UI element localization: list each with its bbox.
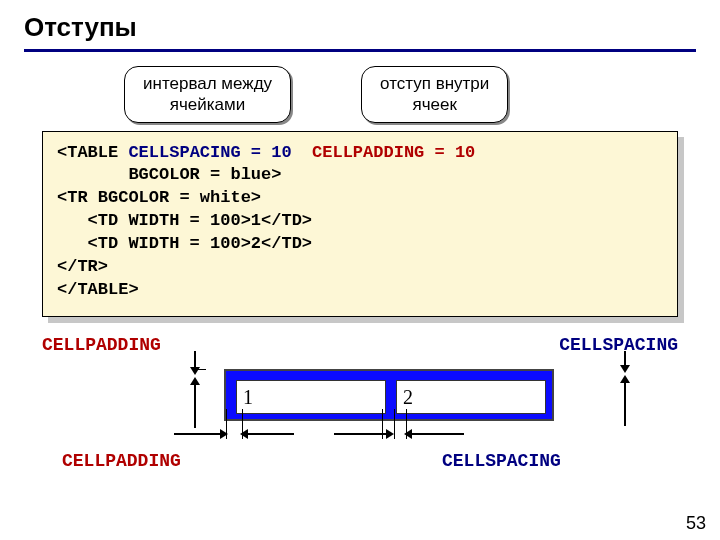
- label-cellpadding-bottom: CELLPADDING: [62, 451, 181, 471]
- arrow-cellspacing-top: [624, 351, 626, 367]
- code-l1c: [292, 143, 312, 162]
- title-divider: [24, 49, 696, 52]
- label-cellpadding-top: CELLPADDING: [42, 335, 161, 355]
- code-cellpadding: CELLPADDING = 10: [312, 143, 475, 162]
- label-cellspacing-top: CELLSPACING: [559, 335, 678, 355]
- arrow-cellpadding-left-h: [174, 433, 222, 435]
- labels-bottom-row: CELLPADDING CELLSPACING: [42, 449, 678, 477]
- arrow-cellpadding-bottom: [194, 383, 196, 428]
- code-l1a: <TABLE: [57, 143, 128, 162]
- tick-3: [382, 409, 383, 439]
- code-l2: BGCOLOR = blue>: [57, 165, 281, 184]
- arrow-cellspacing-bottom: [624, 381, 626, 426]
- table-diagram: 1 2: [84, 359, 656, 449]
- code-block: <TABLE CELLSPACING = 10 CELLPADDING = 10…: [42, 131, 678, 318]
- callout-cellspacing: интервал между ячейками: [124, 66, 291, 123]
- demo-cell-2: 2: [396, 380, 546, 414]
- labels-top-row: CELLPADDING CELLSPACING: [42, 335, 678, 355]
- callout-cellpadding: отступ внутри ячеек: [361, 66, 508, 123]
- page-title: Отступы: [24, 12, 696, 43]
- demo-table: 1 2: [224, 369, 554, 421]
- arrow-cellpadding-right-h: [246, 433, 294, 435]
- label-cellspacing-bottom: CELLSPACING: [442, 451, 561, 471]
- arrow-cellspacing-left-h: [334, 433, 388, 435]
- arrow-cellpadding-top: [194, 351, 196, 369]
- demo-cell-1: 1: [236, 380, 386, 414]
- code-l4: <TD WIDTH = 100>1</TD>: [57, 211, 312, 230]
- tick-cellpadding: [194, 369, 206, 381]
- code-l7: </TABLE>: [57, 280, 139, 299]
- code-l6: </TR>: [57, 257, 108, 276]
- page-number: 53: [686, 513, 706, 534]
- code-l3: <TR BGCOLOR = white>: [57, 188, 261, 207]
- code-l5: <TD WIDTH = 100>2</TD>: [57, 234, 312, 253]
- tick-4: [394, 409, 395, 439]
- callouts-row: интервал между ячейками отступ внутри яч…: [124, 66, 696, 123]
- code-cellspacing: CELLSPACING = 10: [128, 143, 291, 162]
- arrow-cellspacing-right-h: [410, 433, 464, 435]
